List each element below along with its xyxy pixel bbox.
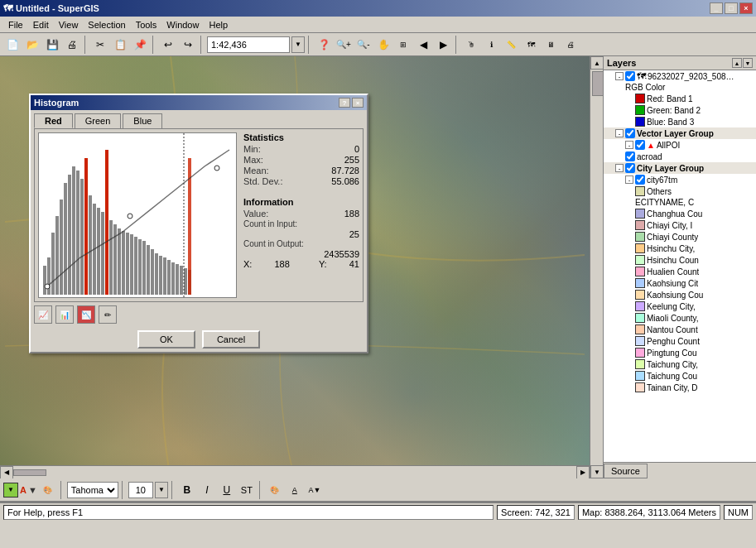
hist-help-button[interactable]: ?	[339, 98, 350, 108]
cut-button[interactable]: ✂	[91, 36, 109, 54]
histogram-controls[interactable]: ? ×	[339, 98, 364, 108]
save-button[interactable]: 💾	[43, 36, 61, 54]
histogram-titlebar[interactable]: Histogram ? ×	[31, 95, 367, 110]
scrollbar-thumb-h[interactable]	[13, 469, 46, 476]
back-view-button[interactable]: ◀	[414, 36, 432, 54]
layer-checkbox-allpoi[interactable]	[635, 140, 645, 150]
overview-button[interactable]: 🗺	[522, 36, 540, 54]
font-select[interactable]: Tahoma	[67, 482, 118, 498]
layer-expand-allpoi[interactable]: -	[625, 141, 633, 149]
vertical-scrollbar[interactable]: ▲ ▼	[590, 56, 603, 478]
map-area[interactable]: Histogram ? × Red Green Blue	[0, 56, 590, 478]
scale-dropdown-arrow[interactable]: ▼	[291, 36, 305, 53]
layer-checkbox-city67tm[interactable]	[635, 175, 645, 185]
paste-button[interactable]: 📌	[131, 36, 149, 54]
tab-green[interactable]: Green	[75, 113, 122, 128]
hist-close-button[interactable]: ×	[352, 98, 364, 108]
info-x-value: 188	[274, 259, 289, 269]
layers-scroll-controls[interactable]: ▲ ▼	[732, 58, 753, 68]
horizontal-scrollbar[interactable]: ◀ ▶	[0, 465, 590, 478]
layers-up-button[interactable]: ▲	[732, 58, 742, 68]
font-underline-color[interactable]: A	[286, 481, 304, 499]
num-text: NUM	[728, 507, 749, 517]
layer-item-citygrp[interactable]: - City Layer Group	[604, 162, 756, 174]
identify-button[interactable]: ℹ	[482, 36, 500, 54]
layer-item-acroad[interactable]: acroad	[604, 151, 756, 162]
layer-item-raster[interactable]: - 🗺 96232027_9203_508_97	[604, 70, 756, 82]
scrollbar-track-h[interactable]	[13, 469, 576, 476]
histogram-cancel-button[interactable]: Cancel	[202, 330, 260, 349]
layer-checkbox-acroad[interactable]	[625, 151, 635, 161]
scrollbar-thumb-v[interactable]	[592, 71, 604, 96]
titlebar-controls[interactable]: _ □ ×	[710, 2, 753, 14]
bold-button[interactable]: B	[178, 481, 196, 499]
close-button[interactable]: ×	[739, 2, 753, 14]
layer-expand-vectorgrp[interactable]: -	[615, 129, 624, 137]
layer-expand-city67tm[interactable]: -	[625, 175, 633, 184]
zoom-in-button[interactable]: 🔍+	[335, 36, 353, 54]
svg-rect-30	[167, 260, 171, 295]
scroll-track-v[interactable]	[590, 70, 603, 465]
print2-button[interactable]: 🖨	[561, 36, 580, 54]
scroll-left-button[interactable]: ◀	[0, 466, 13, 479]
font-background-color[interactable]: A▼	[306, 481, 324, 499]
scroll-right-button[interactable]: ▶	[576, 466, 590, 479]
zoom-out-button[interactable]: 🔍-	[354, 36, 373, 54]
tab-red[interactable]: Red	[34, 113, 73, 128]
hist-chart-red-button[interactable]: 📉	[77, 305, 95, 324]
layer-item-allpoi[interactable]: - ▲ AllPOI	[604, 139, 756, 151]
scale-input[interactable]	[207, 36, 290, 53]
layer-item-vectorgrp[interactable]: - Vector Layer Group	[604, 127, 756, 139]
histogram-ok-button[interactable]: OK	[137, 330, 195, 349]
forward-view-button[interactable]: ▶	[434, 36, 452, 54]
select-button[interactable]: 🖱	[462, 36, 480, 54]
font-color-1[interactable]: 🎨	[266, 481, 284, 499]
menu-window[interactable]: Window	[161, 18, 204, 31]
hist-edit-button[interactable]: ✏	[99, 305, 117, 324]
zoom-help-button[interactable]: ❓	[315, 36, 333, 54]
layers-down-button[interactable]: ▼	[743, 58, 753, 68]
font-size-input[interactable]	[128, 482, 153, 498]
minimize-button[interactable]: _	[710, 2, 723, 14]
layer-item-changhua: Changhua Cou	[604, 208, 756, 219]
tab-blue[interactable]: Blue	[123, 113, 162, 128]
layer-item-city67tm[interactable]: - city67tm	[604, 174, 756, 185]
redo-button[interactable]: ↪	[179, 36, 197, 54]
layer-checkbox-raster[interactable]	[625, 71, 635, 81]
scroll-down-button[interactable]: ▼	[590, 465, 604, 478]
svg-rect-18	[118, 228, 121, 295]
layer-expand-raster[interactable]: -	[615, 72, 624, 80]
menu-tools[interactable]: Tools	[131, 18, 162, 31]
full-extent-button[interactable]: ⊞	[394, 36, 412, 54]
undo-button[interactable]: ↩	[159, 36, 177, 54]
source-tab-button[interactable]: Source	[604, 464, 648, 478]
menu-file[interactable]: File	[3, 18, 28, 31]
measure-button[interactable]: 📏	[502, 36, 520, 54]
open-button[interactable]: 📂	[23, 36, 41, 54]
svg-rect-24	[142, 241, 146, 295]
menu-edit[interactable]: Edit	[28, 18, 54, 31]
underline-button[interactable]: U	[218, 481, 236, 499]
menu-help[interactable]: Help	[204, 18, 233, 31]
pan-button[interactable]: ✋	[374, 36, 392, 54]
strikethrough-button[interactable]: ST	[238, 481, 256, 499]
layer-expand-citygrp[interactable]: -	[615, 164, 624, 172]
draw-polygon-button[interactable]: ▼	[3, 483, 18, 498]
font-size-dropdown[interactable]: ▼	[155, 482, 168, 498]
menu-view[interactable]: View	[54, 18, 84, 31]
copy-button[interactable]: 📋	[111, 36, 129, 54]
maximize-button[interactable]: □	[725, 2, 738, 14]
print-button[interactable]: 🖨	[63, 36, 81, 54]
layer-checkbox-citygrp[interactable]	[625, 163, 635, 173]
font-fill-button[interactable]: 🎨	[39, 481, 57, 499]
scroll-up-button[interactable]: ▲	[590, 56, 604, 70]
new-button[interactable]: 📄	[3, 36, 22, 54]
hist-chart-bar-button[interactable]: 📊	[55, 305, 74, 324]
layout-button[interactable]: 🖥	[542, 36, 560, 54]
italic-button[interactable]: I	[198, 481, 216, 499]
layer-checkbox-vectorgrp[interactable]	[625, 128, 635, 138]
info-title: Information	[243, 197, 359, 207]
menu-selection[interactable]: Selection	[83, 18, 130, 31]
hist-chart-line-button[interactable]: 📈	[34, 305, 52, 324]
histogram-chart[interactable]	[38, 132, 237, 298]
